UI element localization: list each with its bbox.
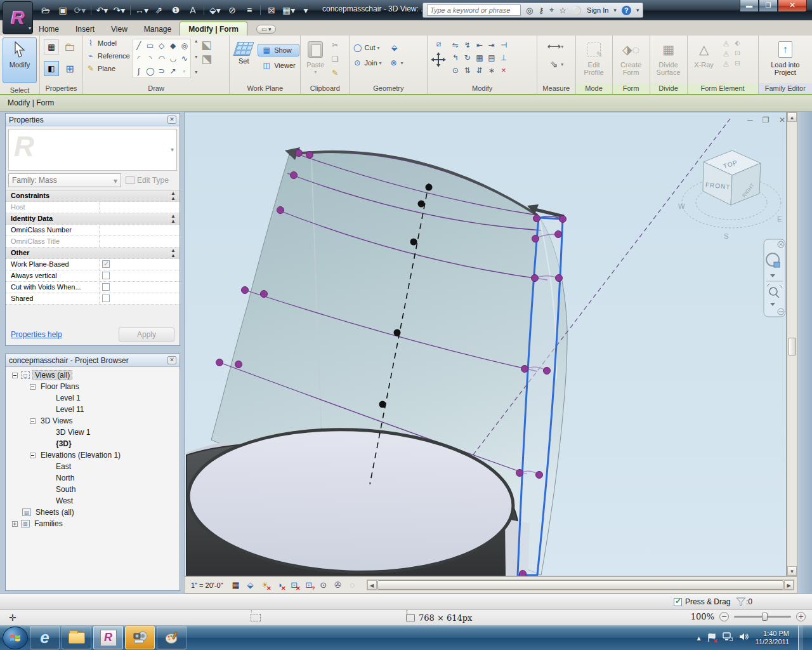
visual-style-icon[interactable]: ⬙ (245, 580, 256, 591)
zoom-slider[interactable] (734, 616, 791, 618)
section-icon[interactable]: ⊘ (226, 5, 239, 15)
locked-3d-view-icon[interactable]: ⊙ (318, 580, 329, 591)
collapse-icon[interactable]: ▲▲ (171, 248, 180, 258)
section-identity-data[interactable]: Identity Data▲▲ (6, 213, 180, 225)
drawing-canvas[interactable]: W S E TOP FRONT RIGHT (184, 112, 787, 576)
checkbox-unchecked[interactable] (102, 272, 110, 279)
tray-expand-icon[interactable]: ▴ (697, 633, 701, 642)
search-input[interactable] (427, 4, 521, 16)
tab-view[interactable]: View (103, 22, 136, 36)
properties-title-bar[interactable]: Properties ✕ (6, 114, 180, 126)
tab-insert[interactable]: Insert (67, 22, 103, 36)
panel-label-family-editor[interactable]: Family Editor (759, 83, 812, 94)
tree-item-sheets[interactable]: ▤ Sheets (all) (6, 507, 180, 518)
panel-label-divide[interactable]: Divide (650, 83, 687, 94)
taskbar-internet-explorer[interactable]: e (30, 626, 60, 649)
sync-icon[interactable]: ⟳▾ (74, 5, 86, 15)
viewer-button[interactable]: ◫Viewer (258, 59, 299, 72)
sun-path-icon[interactable]: ☀✕ (259, 580, 271, 591)
3d-view[interactable]: W S E TOP FRONT RIGHT (185, 112, 786, 576)
volume-icon[interactable] (739, 632, 749, 643)
temporary-hide-isolate-icon[interactable]: ◌ (347, 580, 358, 591)
unjoin-icon[interactable]: ⊗ (389, 58, 399, 68)
crop-view-icon[interactable]: ⊡✕ (289, 580, 300, 591)
default-3d-view-icon[interactable]: ⬙▾ (209, 5, 221, 15)
tree-item-families[interactable]: ▥ Families (6, 518, 180, 529)
match-type-icon[interactable]: ✎ (330, 68, 340, 78)
search-icon[interactable]: ◎ (526, 6, 533, 15)
family-category-icon[interactable]: 🗀︎ (62, 39, 77, 55)
tag-icon[interactable]: ❶ (169, 5, 182, 15)
property-row-host[interactable]: Host (6, 202, 180, 213)
draw-tool-grid[interactable]: ╱ ▭ ◇ ◆ ◎ ◜ ◝ ◠ ◡ ∿ ∫ ◯ ⊃ ↗ ◦ (133, 39, 191, 78)
tab-modify-form[interactable]: Modify | Form (180, 22, 247, 36)
panel-label-form[interactable]: Form (613, 83, 650, 94)
cut-geometry-button[interactable]: Cut (364, 44, 375, 51)
save-icon[interactable]: ▣ (56, 5, 69, 15)
join-geometry-button[interactable]: Join (364, 59, 377, 67)
taskbar-paint[interactable] (157, 626, 187, 649)
property-row-omniclass-title[interactable]: OmniClass Title (6, 236, 180, 248)
tree-item-3d-views[interactable]: 3D Views (6, 415, 180, 427)
detail-level-icon[interactable]: ▦ (230, 580, 242, 591)
property-row-shared[interactable]: Shared (6, 293, 180, 305)
panel-label-draw[interactable]: Draw (83, 83, 229, 94)
section-other[interactable]: Other▲▲ (6, 248, 180, 259)
show-work-plane-button[interactable]: ▦Show (258, 44, 299, 56)
tree-item-elevations[interactable]: Elevations (Elevation 1) (6, 449, 180, 461)
tree-item-west[interactable]: West (6, 495, 180, 507)
measure-icon[interactable]: ↔▾ (135, 5, 148, 15)
open-icon[interactable]: 🗁︎ (39, 5, 52, 15)
chevron-down-icon[interactable]: ▾ (613, 7, 617, 13)
view-window-controls[interactable]: ─ ❐ ✕ (747, 116, 789, 124)
panel-label-properties[interactable]: Properties (40, 83, 82, 94)
collapse-icon[interactable]: ▲▲ (171, 213, 180, 224)
collapse-expander[interactable] (12, 373, 18, 378)
compass-west[interactable]: W (678, 202, 685, 210)
close-icon[interactable]: ✕ (167, 116, 176, 124)
collapse-icon[interactable]: ▲▲ (171, 190, 180, 201)
ribbon-state-button[interactable]: ▭ ▾ (256, 25, 277, 34)
panel-label-form-element[interactable]: Form Element (688, 83, 758, 94)
widen-lines-icon[interactable]: ⧄︎ (433, 39, 443, 49)
redo-icon[interactable]: ↷▾ (113, 5, 126, 15)
vertical-scroll-thumb[interactable] (788, 338, 796, 355)
tree-item-north[interactable]: North (6, 472, 180, 484)
family-types-icon[interactable]: ▦ (44, 39, 59, 55)
panel-label-geometry[interactable]: Geometry (350, 83, 427, 94)
text-icon[interactable]: A (187, 5, 199, 15)
scroll-left-icon[interactable]: ◀ (367, 580, 377, 590)
subscription-key-icon[interactable]: ⚷︎ (538, 6, 544, 15)
selection-filter[interactable]: :0 (736, 597, 752, 606)
checkbox-unchecked[interactable] (102, 283, 110, 291)
load-into-project-button[interactable]: ↑ Load into Project (763, 37, 808, 78)
draw-model-button[interactable]: ⌇Model (86, 37, 130, 49)
draw-grid-scroll[interactable]: ▲▼▼ (193, 37, 199, 76)
favorites-star-icon[interactable]: ☆ (559, 6, 566, 15)
type-selector-combo[interactable]: Family: Mass (8, 173, 121, 187)
type-preview[interactable]: R ▾ (8, 129, 177, 171)
set-work-plane-button[interactable]: Set (232, 37, 255, 67)
press-drag-option[interactable]: Press & Drag (674, 597, 730, 606)
show-desktop-button[interactable] (798, 625, 803, 650)
start-button[interactable] (3, 627, 28, 649)
measure-between-refs-button[interactable]: ⟷︎▾ (549, 41, 563, 52)
tab-manage[interactable]: Manage (136, 22, 180, 36)
property-row-cut-with-voids[interactable]: Cut with Voids When... (6, 282, 180, 293)
tree-item-level-1[interactable]: Level 1 (6, 392, 180, 404)
view-scale-button[interactable]: 1" = 20'-0" (187, 581, 227, 589)
family-connections-icon[interactable]: ⊞ (62, 61, 77, 76)
properties-help-link[interactable]: Properties help (11, 330, 62, 339)
tree-item-views-all[interactable]: ◻ Views (all) (6, 369, 180, 381)
project-browser-title-bar[interactable]: concepmasschair - Project Browser ✕ (6, 354, 180, 367)
panel-label-mode[interactable]: Mode (576, 83, 612, 94)
panel-label-modify[interactable]: Modify (428, 83, 537, 94)
application-menu-button[interactable]: R ▾ (3, 1, 33, 34)
shadows-icon[interactable]: ◑✕ (274, 580, 285, 591)
rendering-dialog-icon[interactable]: ✇︎ (332, 580, 344, 591)
panel-label-clipboard[interactable]: Clipboard (301, 83, 349, 94)
draw-reference-button[interactable]: ⌁Reference (86, 50, 130, 62)
move-icon[interactable] (430, 51, 447, 68)
action-center-flag-icon[interactable]: ✕ (707, 633, 716, 642)
scroll-right-icon[interactable]: ▶ (784, 580, 794, 590)
